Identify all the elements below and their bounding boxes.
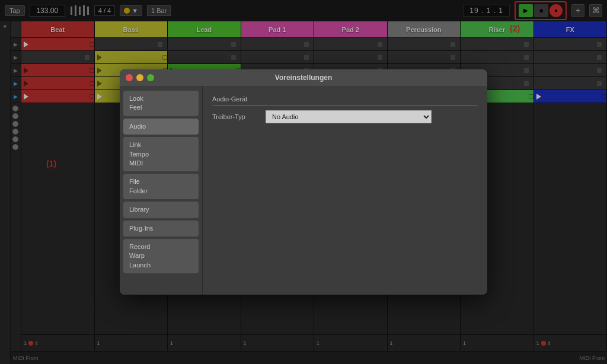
modal-nav-file-folder[interactable]: File Folder xyxy=(123,174,199,199)
window-maximize-button[interactable] xyxy=(147,74,154,81)
modal-nav-audio[interactable]: Audio xyxy=(123,119,199,135)
driver-type-select[interactable]: No Audio CoreAudio ASIO xyxy=(266,110,432,123)
modal-nav-library[interactable]: Library xyxy=(123,202,199,218)
window-close-button[interactable] xyxy=(126,74,133,81)
modal-nav-look-feel[interactable]: Look Feel xyxy=(123,91,199,116)
modal-nav-link-tempo[interactable]: Link Tempo MIDI xyxy=(123,137,199,171)
audio-geraet-label: Audio-Gerät xyxy=(212,95,478,106)
modal-sidebar: Look FeelAudioLink Tempo MIDIFile Folder… xyxy=(120,86,203,295)
driver-type-label: Treiber-Typ xyxy=(212,113,260,120)
modal-nav-record-warp[interactable]: Record Warp Launch xyxy=(123,239,199,273)
modal-body: Look FeelAudioLink Tempo MIDIFile Folder… xyxy=(120,86,487,295)
window-minimize-button[interactable] xyxy=(136,74,143,81)
modal-content: Audio-Gerät Treiber-Typ No Audio CoreAud… xyxy=(203,86,487,295)
modal-title: Voreinstellungen xyxy=(275,74,332,82)
traffic-lights xyxy=(126,74,154,81)
modal-overlay: Voreinstellungen Look FeelAudioLink Temp… xyxy=(0,0,607,364)
modal-nav-plug-ins[interactable]: Plug-Ins xyxy=(123,221,199,237)
modal-titlebar: Voreinstellungen xyxy=(120,69,487,86)
preferences-window: Voreinstellungen Look FeelAudioLink Temp… xyxy=(120,69,487,295)
field-row-driver: Treiber-Typ No Audio CoreAudio ASIO xyxy=(212,110,478,123)
